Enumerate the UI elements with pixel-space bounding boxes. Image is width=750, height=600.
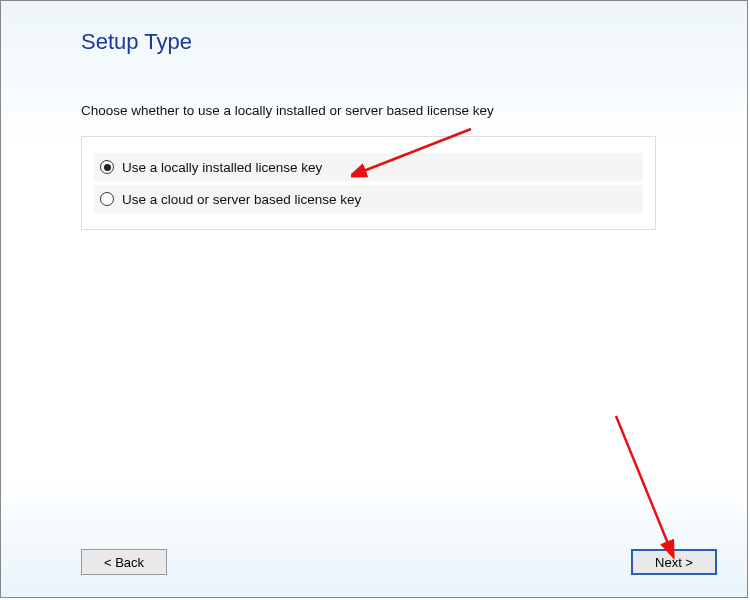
annotation-arrow-icon <box>611 411 731 561</box>
radio-icon <box>100 160 114 174</box>
radio-option-local[interactable]: Use a locally installed license key <box>94 153 643 181</box>
radio-label: Use a cloud or server based license key <box>122 192 361 207</box>
radio-label: Use a locally installed license key <box>122 160 322 175</box>
prompt-text: Choose whether to use a locally installe… <box>81 103 747 118</box>
back-button[interactable]: < Back <box>81 549 167 575</box>
radio-option-server[interactable]: Use a cloud or server based license key <box>94 185 643 213</box>
wizard-dialog: Setup Type Choose whether to use a local… <box>0 0 748 598</box>
svg-line-1 <box>616 416 669 546</box>
content-area: Choose whether to use a locally installe… <box>1 55 747 230</box>
page-title: Setup Type <box>1 1 747 55</box>
radio-icon <box>100 192 114 206</box>
next-button[interactable]: Next > <box>631 549 717 575</box>
options-group: Use a locally installed license key Use … <box>81 136 656 230</box>
